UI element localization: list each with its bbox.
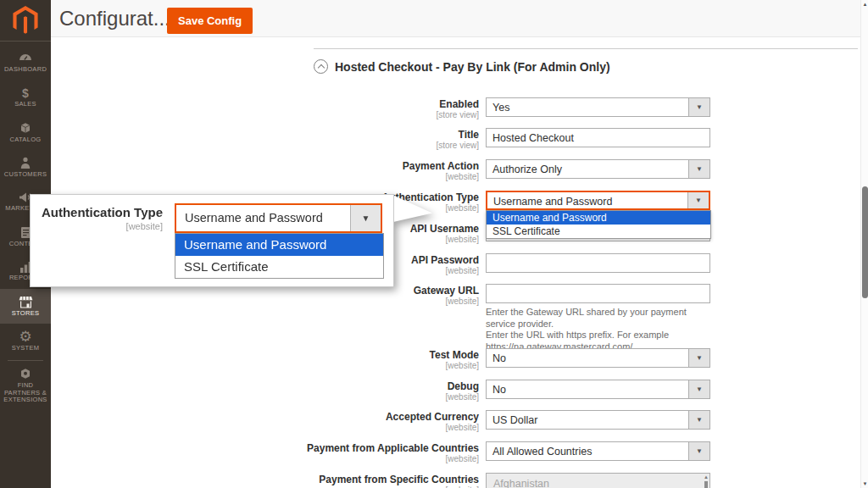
sidebar-item-label: STORES <box>12 310 40 318</box>
chevron-down-icon[interactable]: ▼ <box>688 98 709 116</box>
callout-authentication-type-select[interactable]: Username and Password ▼ <box>175 203 382 233</box>
field-label: Test Mode <box>51 350 479 361</box>
save-config-button[interactable]: Save Config <box>167 8 253 34</box>
box-icon <box>19 121 32 135</box>
sidebar-divider <box>8 360 43 361</box>
sidebar-item-label: FIND PARTNERS & EXTENSIONS <box>3 382 47 404</box>
sidebar-item-catalog[interactable]: CATALOG <box>0 115 51 150</box>
sidebar-item-label: SALES <box>14 101 36 108</box>
package-icon <box>19 367 32 380</box>
section-title: Hosted Checkout - Pay By Link (For Admin… <box>335 60 610 74</box>
sidebar-item-system[interactable]: ⚙ SYSTEM <box>0 324 51 358</box>
page-scrollbar[interactable]: ▲ ▼ <box>860 0 868 488</box>
gear-icon: ⚙ <box>19 330 31 343</box>
applicable-countries-select[interactable]: All Allowed Countries ▼ <box>486 441 710 461</box>
field-label: Payment from Specific Countries <box>51 474 479 485</box>
sidebar-item-dashboard[interactable]: DASHBOARD <box>0 46 51 80</box>
gateway-url-input[interactable] <box>486 284 710 303</box>
section-header[interactable]: Hosted Checkout - Pay By Link (For Admin… <box>314 59 610 74</box>
callout-field-label: Authentication Type <box>31 205 163 219</box>
field-scope: [website] <box>51 423 479 433</box>
collapse-section-icon[interactable] <box>314 59 328 74</box>
magento-logo-icon[interactable] <box>0 0 51 42</box>
chevron-down-icon[interactable]: ▼ <box>688 380 709 398</box>
person-icon <box>19 157 31 169</box>
page-header: Configurat... Save Config <box>51 0 860 37</box>
callout-option-ssl-certificate[interactable]: SSL Certificate <box>175 256 383 278</box>
scroll-down-icon[interactable]: ▼ <box>861 481 868 486</box>
field-label: Payment from Applicable Countries <box>51 443 479 454</box>
gateway-url-note: Enter the Gateway URL shared by your pay… <box>486 307 710 352</box>
test-mode-select[interactable]: No ▼ <box>486 348 710 368</box>
chevron-down-icon[interactable]: ▼ <box>688 442 709 460</box>
gauge-icon <box>19 53 32 64</box>
field-label: Enabled <box>51 99 479 110</box>
field-scope: [website] <box>51 172 479 182</box>
option-username-password[interactable]: Username and Password <box>487 211 710 225</box>
chevron-down-icon[interactable]: ▼ <box>688 349 709 367</box>
field-scope: [store view] <box>51 110 479 120</box>
authentication-type-callout: Authentication Type [website] Username a… <box>30 194 394 287</box>
debug-select[interactable]: No ▼ <box>486 380 710 399</box>
scroll-up-icon[interactable]: ▲ <box>704 474 709 480</box>
field-label: Payment Action <box>51 161 479 172</box>
multiselect-option: Afghanistan <box>487 474 709 488</box>
sidebar-item-label: DASHBOARD <box>4 66 47 74</box>
sidebar-item-label: CUSTOMERS <box>4 171 47 179</box>
chevron-down-icon[interactable]: ▼ <box>687 192 709 208</box>
scrollbar-thumb[interactable] <box>862 186 868 298</box>
callout-option-username-password[interactable]: Username and Password <box>175 234 383 256</box>
field-label: Title <box>51 130 479 141</box>
sidebar-item-find-partners[interactable]: FIND PARTNERS & EXTENSIONS <box>0 363 51 408</box>
section-divider <box>314 48 858 49</box>
field-scope: [store view] <box>51 141 479 151</box>
sidebar-item-label: CATALOG <box>10 136 42 144</box>
api-password-input[interactable] <box>486 253 710 273</box>
sidebar-item-label: SYSTEM <box>12 345 40 352</box>
option-ssl-certificate[interactable]: SSL Certificate <box>487 225 710 238</box>
title-input[interactable] <box>486 128 710 147</box>
authentication-type-select[interactable]: Username and Password ▼ <box>486 191 710 210</box>
enabled-select[interactable]: Yes ▼ <box>486 97 710 117</box>
specific-countries-multiselect: Afghanistan ▲ <box>486 473 710 488</box>
dollar-icon: $ <box>22 87 29 99</box>
storefront-icon <box>19 296 33 308</box>
multiselect-scrollbar-thumb[interactable] <box>704 481 708 488</box>
page-title: Configurat... <box>59 7 170 30</box>
scroll-up-icon[interactable]: ▲ <box>861 2 868 7</box>
field-scope: [website] <box>51 454 479 464</box>
chevron-down-icon[interactable]: ▼ <box>688 160 709 178</box>
chevron-down-icon[interactable]: ▼ <box>350 205 381 231</box>
field-scope: [website] <box>51 392 479 402</box>
sidebar-item-stores[interactable]: STORES <box>0 289 51 324</box>
field-label: Accepted Currency <box>51 412 479 423</box>
authentication-type-options: Username and Password SSL Certificate <box>486 210 711 239</box>
callout-options-list: Username and Password SSL Certificate <box>175 233 384 279</box>
accepted-currency-select[interactable]: US Dollar ▼ <box>486 410 710 430</box>
field-scope: [website] <box>51 297 479 307</box>
sidebar-item-customers[interactable]: CUSTOMERS <box>0 150 51 185</box>
callout-field-scope: [website] <box>31 221 163 231</box>
field-label: Debug <box>51 381 479 392</box>
field-scope: [website] <box>51 361 479 371</box>
chevron-down-icon[interactable]: ▼ <box>688 411 709 429</box>
payment-action-select[interactable]: Authorize Only ▼ <box>486 159 710 179</box>
sidebar-item-sales[interactable]: $ SALES <box>0 80 51 115</box>
